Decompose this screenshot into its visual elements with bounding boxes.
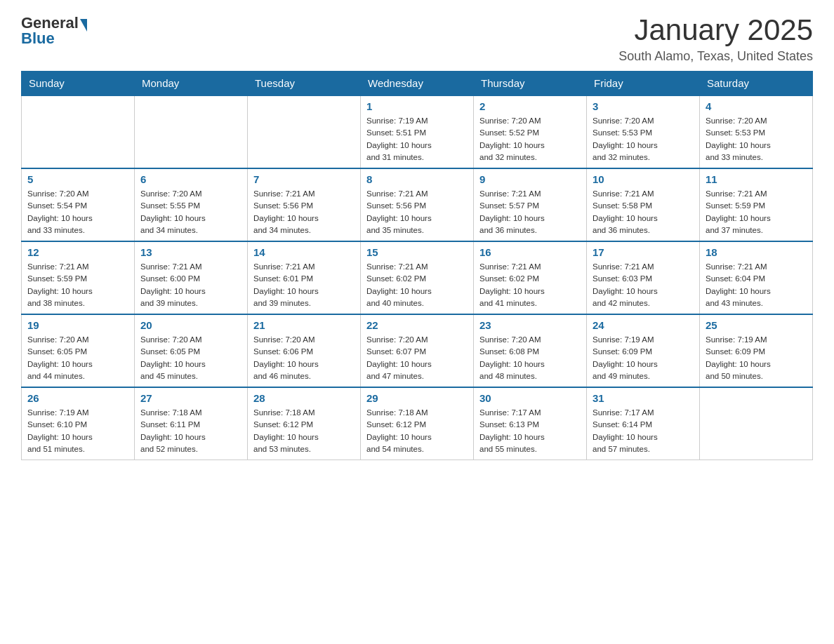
day-info: Sunrise: 7:21 AMSunset: 6:01 PMDaylight:…: [253, 261, 355, 309]
calendar-subtitle: South Alamo, Texas, United States: [618, 49, 813, 64]
calendar-cell-w1-d5: 3Sunrise: 7:20 AMSunset: 5:53 PMDaylight…: [587, 95, 700, 168]
day-number: 14: [253, 246, 355, 258]
calendar-cell-w2-d4: 9Sunrise: 7:21 AMSunset: 5:57 PMDaylight…: [474, 168, 587, 241]
col-wednesday: Wednesday: [361, 72, 474, 96]
day-info: Sunrise: 7:20 AMSunset: 6:07 PMDaylight:…: [366, 334, 468, 382]
day-number: 8: [366, 173, 468, 185]
calendar-cell-w2-d3: 8Sunrise: 7:21 AMSunset: 5:56 PMDaylight…: [361, 168, 474, 241]
week-row-4: 19Sunrise: 7:20 AMSunset: 6:05 PMDayligh…: [22, 314, 813, 387]
day-number: 13: [140, 246, 241, 258]
calendar-cell-w2-d2: 7Sunrise: 7:21 AMSunset: 5:56 PMDaylight…: [248, 168, 361, 241]
day-info: Sunrise: 7:21 AMSunset: 5:57 PMDaylight:…: [479, 188, 581, 236]
day-info: Sunrise: 7:18 AMSunset: 6:12 PMDaylight:…: [366, 407, 468, 455]
calendar-cell-w4-d3: 22Sunrise: 7:20 AMSunset: 6:07 PMDayligh…: [361, 314, 474, 387]
calendar-table: Sunday Monday Tuesday Wednesday Thursday…: [21, 71, 813, 460]
day-number: 7: [253, 173, 355, 185]
day-info: Sunrise: 7:20 AMSunset: 6:08 PMDaylight:…: [479, 334, 581, 382]
day-number: 17: [593, 246, 694, 258]
day-info: Sunrise: 7:21 AMSunset: 5:58 PMDaylight:…: [593, 188, 694, 236]
day-info: Sunrise: 7:21 AMSunset: 6:04 PMDaylight:…: [706, 261, 807, 309]
calendar-cell-w1-d0: [22, 95, 135, 168]
week-row-2: 5Sunrise: 7:20 AMSunset: 5:54 PMDaylight…: [22, 168, 813, 241]
day-number: 9: [479, 173, 581, 185]
calendar-title: January 2025: [618, 14, 813, 46]
calendar-cell-w4-d6: 25Sunrise: 7:19 AMSunset: 6:09 PMDayligh…: [700, 314, 813, 387]
calendar-cell-w5-d6: [700, 387, 813, 460]
calendar-cell-w1-d6: 4Sunrise: 7:20 AMSunset: 5:53 PMDaylight…: [700, 95, 813, 168]
day-number: 15: [366, 246, 468, 258]
calendar-cell-w3-d0: 12Sunrise: 7:21 AMSunset: 5:59 PMDayligh…: [22, 241, 135, 314]
calendar-cell-w3-d5: 17Sunrise: 7:21 AMSunset: 6:03 PMDayligh…: [587, 241, 700, 314]
week-row-5: 26Sunrise: 7:19 AMSunset: 6:10 PMDayligh…: [22, 387, 813, 460]
day-number: 2: [479, 100, 581, 112]
calendar-cell-w1-d4: 2Sunrise: 7:20 AMSunset: 5:52 PMDaylight…: [474, 95, 587, 168]
day-info: Sunrise: 7:21 AMSunset: 6:00 PMDaylight:…: [140, 261, 241, 309]
calendar-cell-w2-d0: 5Sunrise: 7:20 AMSunset: 5:54 PMDaylight…: [22, 168, 135, 241]
day-info: Sunrise: 7:21 AMSunset: 6:02 PMDaylight:…: [366, 261, 468, 309]
calendar-cell-w1-d3: 1Sunrise: 7:19 AMSunset: 5:51 PMDaylight…: [361, 95, 474, 168]
day-number: 27: [140, 392, 241, 404]
title-block: January 2025 South Alamo, Texas, United …: [618, 14, 813, 64]
calendar-cell-w4-d4: 23Sunrise: 7:20 AMSunset: 6:08 PMDayligh…: [474, 314, 587, 387]
calendar-cell-w4-d5: 24Sunrise: 7:19 AMSunset: 6:09 PMDayligh…: [587, 314, 700, 387]
col-saturday: Saturday: [700, 72, 813, 96]
calendar-cell-w5-d0: 26Sunrise: 7:19 AMSunset: 6:10 PMDayligh…: [22, 387, 135, 460]
day-number: 28: [253, 392, 355, 404]
day-info: Sunrise: 7:19 AMSunset: 5:51 PMDaylight:…: [366, 115, 468, 163]
col-thursday: Thursday: [474, 72, 587, 96]
day-number: 19: [27, 319, 128, 331]
day-info: Sunrise: 7:17 AMSunset: 6:13 PMDaylight:…: [479, 407, 581, 455]
day-number: 21: [253, 319, 355, 331]
day-info: Sunrise: 7:21 AMSunset: 5:59 PMDaylight:…: [706, 188, 807, 236]
week-row-1: 1Sunrise: 7:19 AMSunset: 5:51 PMDaylight…: [22, 95, 813, 168]
calendar-cell-w3-d2: 14Sunrise: 7:21 AMSunset: 6:01 PMDayligh…: [248, 241, 361, 314]
day-info: Sunrise: 7:19 AMSunset: 6:09 PMDaylight:…: [593, 334, 694, 382]
day-number: 23: [479, 319, 581, 331]
calendar-cell-w3-d6: 18Sunrise: 7:21 AMSunset: 6:04 PMDayligh…: [700, 241, 813, 314]
day-info: Sunrise: 7:21 AMSunset: 5:56 PMDaylight:…: [366, 188, 468, 236]
day-number: 1: [366, 100, 468, 112]
day-number: 5: [27, 173, 128, 185]
calendar-cell-w4-d2: 21Sunrise: 7:20 AMSunset: 6:06 PMDayligh…: [248, 314, 361, 387]
calendar-cell-w5-d2: 28Sunrise: 7:18 AMSunset: 6:12 PMDayligh…: [248, 387, 361, 460]
day-info: Sunrise: 7:21 AMSunset: 5:56 PMDaylight:…: [253, 188, 355, 236]
day-number: 3: [593, 100, 694, 112]
day-number: 10: [593, 173, 694, 185]
col-sunday: Sunday: [22, 72, 135, 96]
day-info: Sunrise: 7:20 AMSunset: 6:05 PMDaylight:…: [27, 334, 128, 382]
day-number: 24: [593, 319, 694, 331]
day-info: Sunrise: 7:20 AMSunset: 5:53 PMDaylight:…: [593, 115, 694, 163]
day-info: Sunrise: 7:21 AMSunset: 6:02 PMDaylight:…: [479, 261, 581, 309]
day-info: Sunrise: 7:18 AMSunset: 6:12 PMDaylight:…: [253, 407, 355, 455]
col-friday: Friday: [587, 72, 700, 96]
calendar-cell-w4-d0: 19Sunrise: 7:20 AMSunset: 6:05 PMDayligh…: [22, 314, 135, 387]
day-info: Sunrise: 7:19 AMSunset: 6:10 PMDaylight:…: [27, 407, 128, 455]
calendar-header-row: Sunday Monday Tuesday Wednesday Thursday…: [22, 72, 813, 96]
calendar-cell-w5-d4: 30Sunrise: 7:17 AMSunset: 6:13 PMDayligh…: [474, 387, 587, 460]
day-info: Sunrise: 7:21 AMSunset: 6:03 PMDaylight:…: [593, 261, 694, 309]
day-number: 31: [593, 392, 694, 404]
calendar-cell-w2-d1: 6Sunrise: 7:20 AMSunset: 5:55 PMDaylight…: [135, 168, 248, 241]
day-info: Sunrise: 7:20 AMSunset: 5:52 PMDaylight:…: [479, 115, 581, 163]
day-number: 29: [366, 392, 468, 404]
page-header: General Blue January 2025 South Alamo, T…: [21, 14, 813, 64]
calendar-cell-w3-d3: 15Sunrise: 7:21 AMSunset: 6:02 PMDayligh…: [361, 241, 474, 314]
day-info: Sunrise: 7:19 AMSunset: 6:09 PMDaylight:…: [706, 334, 807, 382]
day-info: Sunrise: 7:20 AMSunset: 6:06 PMDaylight:…: [253, 334, 355, 382]
logo: General Blue: [21, 14, 87, 48]
day-number: 6: [140, 173, 241, 185]
day-number: 30: [479, 392, 581, 404]
week-row-3: 12Sunrise: 7:21 AMSunset: 5:59 PMDayligh…: [22, 241, 813, 314]
logo-triangle-icon: [80, 19, 87, 32]
day-number: 12: [27, 246, 128, 258]
day-number: 16: [479, 246, 581, 258]
col-tuesday: Tuesday: [248, 72, 361, 96]
calendar-cell-w2-d5: 10Sunrise: 7:21 AMSunset: 5:58 PMDayligh…: [587, 168, 700, 241]
day-number: 18: [706, 246, 807, 258]
day-info: Sunrise: 7:18 AMSunset: 6:11 PMDaylight:…: [140, 407, 241, 455]
day-number: 4: [706, 100, 807, 112]
day-number: 25: [706, 319, 807, 331]
calendar-cell-w1-d2: [248, 95, 361, 168]
day-number: 20: [140, 319, 241, 331]
calendar-cell-w5-d1: 27Sunrise: 7:18 AMSunset: 6:11 PMDayligh…: [135, 387, 248, 460]
